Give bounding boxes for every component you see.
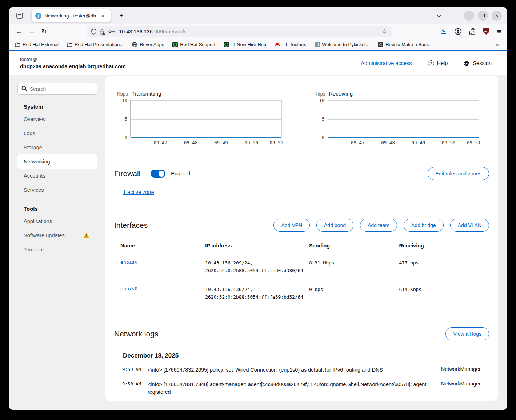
sidebar-item-software-updates[interactable]: Software updates — [17, 228, 97, 242]
maximize-button[interactable] — [478, 11, 488, 21]
sidebar-item-networking[interactable]: Networking — [17, 154, 97, 169]
bookmark-red-hat-support[interactable]: Red Hat Support — [172, 42, 215, 47]
reload-button[interactable]: ↻ — [38, 26, 50, 37]
content-area: System Overview Logs Storage Networking … — [9, 75, 507, 410]
log-date-heading: December 18, 2025 — [123, 352, 498, 359]
new-tab-button[interactable]: + — [116, 11, 127, 21]
sidebar-item-services[interactable]: Services — [17, 183, 97, 197]
receiving-value: 477 bps — [399, 260, 419, 266]
logged-in-user: tester@ — [20, 56, 126, 63]
log-service: NetworkManager — [441, 381, 489, 396]
minimize-button[interactable]: – — [464, 11, 474, 21]
bookmark-how-to-make-a-back[interactable]: How to Make a Back... — [378, 42, 433, 47]
y-axis-unit: Kbps — [315, 91, 325, 97]
tab-list-chevron-icon[interactable] — [436, 14, 441, 17]
help-icon: ? — [428, 60, 434, 66]
add-bond-button[interactable]: Add bond — [316, 219, 353, 232]
back-button[interactable]: ← — [13, 26, 25, 37]
add-vpn-button[interactable]: Add VPN — [273, 219, 310, 232]
log-entry[interactable]: 9:50 AM <info> [1766047829.2220] policy:… — [122, 400, 489, 401]
gridline — [131, 119, 281, 120]
sidebar-item-storage[interactable]: Storage — [17, 140, 97, 154]
dark-doc-icon — [378, 42, 383, 47]
networking-card: KbpsTransmitting 10 5 0 — [105, 76, 498, 401]
sidebar-section-system: System — [24, 104, 97, 110]
downloads-icon[interactable] — [441, 28, 447, 35]
log-entry[interactable]: 9:50 AM <info> [1766047832.2095] policy:… — [122, 363, 489, 377]
bookmark-it-new-hire-hub[interactable]: IT New Hire Hub — [224, 42, 266, 47]
interface-link-enp7s0[interactable]: enp7s0 — [120, 286, 137, 291]
column-ip-address: IP address — [202, 238, 306, 254]
sidebar-item-terminal[interactable]: Terminal — [17, 242, 97, 257]
key-icon — [108, 30, 115, 33]
maximize-icon — [481, 14, 485, 17]
help-menu[interactable]: ?Help — [428, 60, 448, 66]
gear-icon — [464, 60, 470, 66]
sidebar-section-tools: Tools — [24, 206, 97, 212]
forward-button[interactable]: → — [26, 26, 37, 37]
sidebar-item-logs[interactable]: Logs — [17, 126, 97, 140]
add-bridge-button[interactable]: Add bridge — [404, 219, 444, 232]
column-receiving: Receiving — [396, 238, 489, 254]
sidebar: System Overview Logs Storage Networking … — [9, 75, 105, 410]
bookmark-red-hat-presentation[interactable]: Red Hat Presentation... — [67, 42, 124, 47]
active-tab[interactable]: ƒ Networking - tester@dh × — [32, 9, 111, 22]
bookmarks-overflow-chevron[interactable]: » — [494, 41, 501, 48]
host-block: tester@ dhcp209.anaconda.englab.brq.redh… — [20, 56, 126, 71]
interfaces-section-header: Interfaces Add VPN Add bond Add team Add… — [105, 219, 498, 232]
y-axis-unit: Kbps — [117, 91, 128, 97]
interface-link-enp1s0[interactable]: enp1s0 — [120, 259, 137, 265]
session-menu[interactable]: Session — [464, 60, 492, 66]
browser-window: ƒ Networking - tester@dh × + – × ← → ↻ 1… — [9, 7, 507, 410]
main-area: KbpsTransmitting 10 5 0 — [105, 75, 507, 410]
view-all-logs-button[interactable]: View all logs — [445, 327, 489, 340]
sidebar-search — [17, 83, 97, 95]
tab-bar: ƒ Networking - tester@dh × + – × — [9, 7, 507, 24]
add-vlan-button[interactable]: Add VLAN — [450, 219, 489, 232]
bookmark-welcome-pykickstart[interactable]: Welcome to Pykickst... — [315, 42, 370, 47]
close-window-button[interactable]: × — [492, 11, 502, 21]
search-icon — [21, 86, 27, 92]
add-team-button[interactable]: Add team — [360, 219, 397, 232]
firewall-toggle[interactable] — [151, 170, 165, 178]
table-header-row: Name IP address Sending Receiving — [114, 238, 489, 254]
bookmark-it-toolbox[interactable]: I.T. Toolbox — [275, 42, 306, 47]
firewall-state-label: Enabled — [171, 171, 190, 177]
sidebar-item-overview[interactable]: Overview — [17, 112, 97, 126]
firewall-title: Firewall — [114, 169, 140, 178]
transmitting-chart: KbpsTransmitting 10 5 0 — [117, 90, 282, 146]
log-time: 9:50 AM — [122, 366, 143, 374]
hostname: dhcp209.anaconda.englab.brq.redhat.com — [20, 63, 126, 70]
table-row: enp7s0 10.43.136.136/24,2620:52:0:2b88:5… — [114, 280, 489, 307]
ublock-icon[interactable]: uO — [483, 28, 489, 35]
search-input[interactable] — [17, 83, 97, 95]
administrative-access-link[interactable]: Administrative access — [361, 60, 412, 66]
interfaces-title: Interfaces — [114, 221, 148, 230]
red-hat-icon — [275, 42, 280, 47]
menu-hamburger-icon[interactable]: ≡ — [497, 28, 501, 36]
sidebar-item-accounts[interactable]: Accounts — [17, 169, 97, 183]
log-entry[interactable]: 9:50 AM <info> [1766047831.7348] agent-m… — [122, 377, 489, 400]
bookmark-rover-apps[interactable]: Rover Apps — [132, 42, 164, 47]
extensions-puzzle-icon[interactable] — [469, 28, 476, 35]
url-bar[interactable]: 10.43.136.136:9090/network ☆ — [87, 26, 392, 37]
receiving-value: 614 Kbps — [399, 287, 421, 292]
bookmarks-bar: Red Hat External Red Hat Presentation...… — [9, 39, 507, 50]
bookmark-star-icon[interactable]: ☆ — [379, 27, 390, 36]
network-logs-title: Network logs — [114, 330, 158, 338]
tab-title: Networking - tester@dh — [44, 13, 96, 19]
active-zone-link[interactable]: 1 active zone — [123, 189, 154, 195]
bookmark-red-hat-external[interactable]: Red Hat External — [15, 42, 59, 47]
tab-overview-icon[interactable] — [13, 10, 26, 21]
chart-title: Transmitting — [132, 90, 161, 97]
warning-triangle-icon — [83, 233, 89, 238]
receiving-chart: KbpsReceiving 10 5 0 — [315, 90, 479, 146]
y-axis: 10 5 0 — [117, 100, 130, 137]
tab-close-icon[interactable]: × — [100, 12, 106, 19]
sidebar-item-applications[interactable]: Applications — [17, 214, 97, 228]
interfaces-table: Name IP address Sending Receiving enp1s0… — [114, 238, 489, 307]
edit-rules-zones-button[interactable]: Edit rules and zones — [428, 167, 489, 180]
plot-area — [328, 100, 479, 137]
account-icon[interactable] — [455, 28, 461, 35]
gridline — [328, 119, 479, 120]
